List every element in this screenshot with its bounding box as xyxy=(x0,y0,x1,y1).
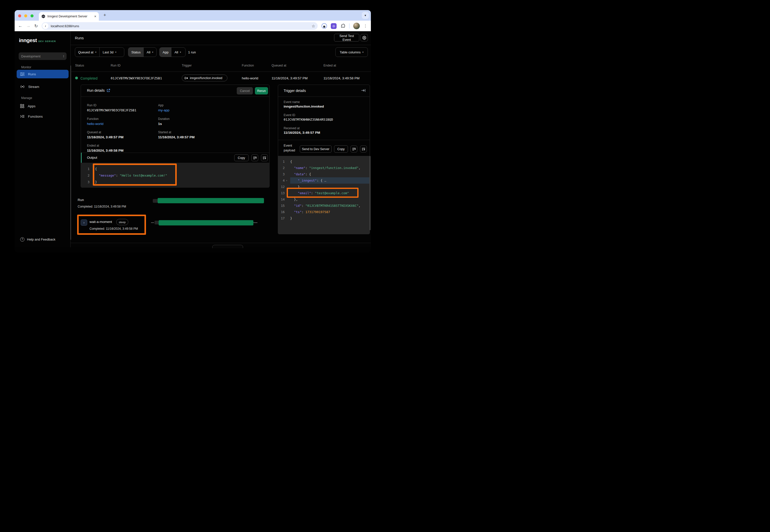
wrap-lines-icon xyxy=(253,156,257,159)
column-header-ended[interactable]: Ended at xyxy=(324,64,336,67)
duration-value: 1s xyxy=(158,122,162,126)
code-line-16: 16 "ts": 1731790197587 xyxy=(278,209,370,215)
app-link[interactable]: my-app xyxy=(158,108,169,112)
chevron-down-icon: ▾ xyxy=(362,51,364,53)
code-line-15: 15 "id": "01JCVBTMTKR41S8STTKEXSKX6C", xyxy=(278,203,370,209)
time-range-select[interactable]: Last 3d ▾ xyxy=(99,48,119,57)
chevron-down-icon: ▾ xyxy=(115,51,116,53)
word-wrap-button[interactable] xyxy=(251,154,258,161)
settings-button[interactable] xyxy=(361,34,368,41)
payload-scrollbar-thumb[interactable] xyxy=(369,156,371,230)
output-divider xyxy=(81,153,269,153)
column-header-trigger[interactable]: Trigger xyxy=(182,64,191,67)
reload-icon[interactable]: ↻ xyxy=(34,23,38,29)
help-and-feedback[interactable]: ? Help and Feedback xyxy=(20,237,55,242)
step-timeline-bar[interactable] xyxy=(158,220,254,225)
ended-at-label: Ended at xyxy=(87,144,99,147)
payload-scroll-bottom-button[interactable] xyxy=(360,146,367,152)
status-filter-value[interactable]: All ▾ xyxy=(144,48,156,57)
back-icon[interactable]: ← xyxy=(18,23,22,28)
password-manager-icon[interactable] xyxy=(322,23,327,29)
collapse-panel-icon[interactable] xyxy=(361,89,366,92)
maximize-window-button[interactable] xyxy=(30,14,34,17)
sidebar-item-runs[interactable]: Runs xyxy=(17,70,69,78)
copy-payload-button[interactable]: Copy xyxy=(334,145,348,153)
sidebar-item-functions[interactable]: Functions xyxy=(17,112,69,121)
send-test-event-button[interactable]: Send Test Event xyxy=(334,34,359,42)
trigger-details-panel: Trigger details Event name inngest/funct… xyxy=(278,85,370,234)
function-link[interactable]: hello-world xyxy=(87,122,103,126)
app-label: App xyxy=(158,104,163,107)
external-link-icon[interactable] xyxy=(107,89,110,92)
rerun-button[interactable]: Rerun xyxy=(255,87,268,94)
code-line-1: 1{ xyxy=(278,158,370,165)
row-ended-at: 11/16/2024, 3:49:58 PM xyxy=(324,76,360,80)
time-filter[interactable]: Queued at ▾ Last 3d ▾ xyxy=(75,47,124,57)
function-label: Function xyxy=(87,117,98,121)
sidebar-item-apps[interactable]: Apps xyxy=(17,102,69,110)
url-text[interactable]: localhost:8288/runs xyxy=(51,24,309,28)
status-filter-label: Status xyxy=(128,48,144,57)
help-label: Help and Feedback xyxy=(27,238,55,241)
expand-json-chevron-icon[interactable]: › xyxy=(285,179,289,182)
scrollbar-thumb[interactable] xyxy=(70,65,71,240)
run-timeline-bar[interactable] xyxy=(157,198,264,203)
timeline-run-label[interactable]: Run xyxy=(78,198,84,202)
minimize-window-button[interactable] xyxy=(24,14,27,17)
time-field-select[interactable]: Queued at ▾ xyxy=(75,48,99,57)
time-field-label: Queued at xyxy=(78,50,93,54)
app-filter-value[interactable]: All ▾ xyxy=(171,48,184,57)
inngest-favicon xyxy=(41,14,45,18)
browser-menu-icon[interactable]: ⋮ xyxy=(364,24,367,28)
extension-icon[interactable]: ◎ xyxy=(331,23,337,29)
new-tab-button[interactable]: + xyxy=(103,12,106,18)
cutoff-pill-button[interactable] xyxy=(212,245,243,248)
forward-icon[interactable]: → xyxy=(26,23,30,28)
copy-output-button[interactable]: Copy xyxy=(234,154,249,161)
cancel-button[interactable]: Cancel xyxy=(237,87,253,94)
step-bar-dash-right xyxy=(254,222,258,223)
sidebar: inngestDEV SERVER Development ▴▾ Monitor… xyxy=(15,31,71,247)
scroll-to-bottom-button[interactable] xyxy=(261,154,268,161)
address-bar[interactable]: i localhost:8288/runs ☆ xyxy=(42,22,318,30)
run-count: 1 run xyxy=(188,50,196,54)
status-filter[interactable]: Status All ▾ xyxy=(128,47,156,57)
highlight-box-output xyxy=(93,163,177,186)
stream-icon xyxy=(20,85,25,88)
table-columns-label: Table columns xyxy=(340,50,361,54)
event-icon xyxy=(184,77,188,80)
sidebar-item-label: Runs xyxy=(28,72,36,76)
app-filter[interactable]: App All ▾ xyxy=(159,47,185,57)
sidebar-item-stream[interactable]: Stream xyxy=(17,82,69,91)
run-id-label: Run ID xyxy=(87,104,96,107)
apps-icon xyxy=(20,104,24,108)
gear-icon xyxy=(362,36,366,40)
profile-avatar[interactable] xyxy=(353,23,360,29)
column-header-status[interactable]: Status xyxy=(75,64,84,67)
trigger-badge[interactable]: inngest/function.invoked xyxy=(182,75,228,81)
event-name-value: inngest/function.invoked xyxy=(284,105,324,108)
tab-search-chevron-icon[interactable]: ▾ xyxy=(362,12,369,19)
column-header-queued[interactable]: Queued at xyxy=(272,64,286,67)
status-dot-icon xyxy=(75,77,78,79)
send-to-dev-server-button[interactable]: Send to Dev Server xyxy=(300,145,332,153)
event-id-value: 01JCVBTMTKNHNHZ3SN64R51BQD xyxy=(284,118,333,121)
payload-word-wrap-button[interactable] xyxy=(350,146,357,152)
environment-selector[interactable]: Development ▴▾ xyxy=(19,52,67,60)
event-name-label: Event name xyxy=(284,100,300,104)
browser-tab[interactable]: Inngest Development Server × xyxy=(39,12,99,21)
site-info-icon[interactable]: i xyxy=(42,23,48,29)
ended-at-value: 11/16/2024, 3:49:58 PM xyxy=(87,149,123,152)
tab-close-icon[interactable]: × xyxy=(94,14,96,18)
browser-toolbar: ← → ↻ i localhost:8288/runs ☆ ◎ ⋮ xyxy=(15,21,371,31)
code-line-4: 4› "_inngest": { … xyxy=(278,177,370,184)
table-columns-button[interactable]: Table columns ▾ xyxy=(335,47,368,57)
inngest-app: inngestDEV SERVER Development ▴▾ Monitor… xyxy=(15,31,371,247)
tab-title: Inngest Development Server xyxy=(47,15,92,18)
step-bar-dash-left xyxy=(151,222,154,223)
column-header-function[interactable]: Function xyxy=(242,64,254,67)
close-window-button[interactable] xyxy=(18,14,21,17)
extensions-puzzle-icon[interactable] xyxy=(340,23,345,28)
column-header-run-id[interactable]: Run ID xyxy=(111,64,120,67)
bookmark-star-icon[interactable]: ☆ xyxy=(312,24,315,28)
